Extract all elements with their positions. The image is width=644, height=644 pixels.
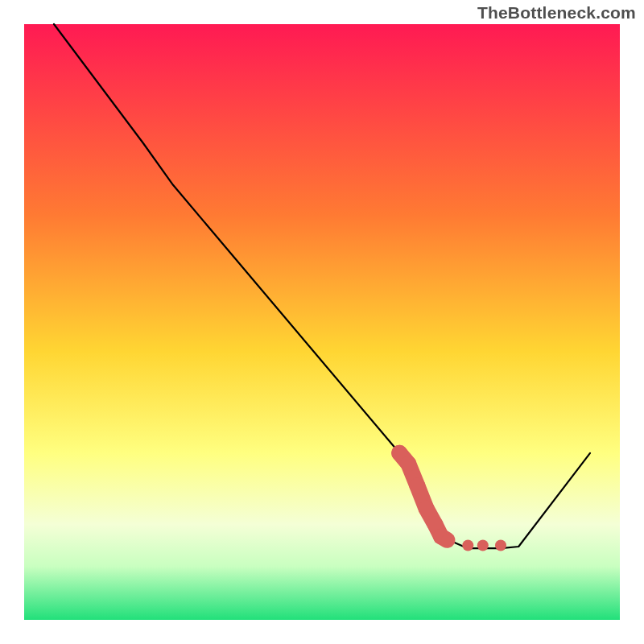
highlight-dot bbox=[477, 540, 489, 551]
highlight-dot bbox=[495, 540, 506, 551]
chart-svg bbox=[0, 0, 644, 644]
highlight-dot bbox=[409, 478, 425, 494]
highlight-dot bbox=[462, 540, 473, 551]
chart-container: TheBottleneck.com bbox=[0, 0, 644, 644]
highlight-dot bbox=[419, 501, 435, 517]
highlight-dot bbox=[400, 456, 416, 472]
watermark-text: TheBottleneck.com bbox=[477, 3, 636, 23]
highlight-dot bbox=[441, 535, 452, 546]
